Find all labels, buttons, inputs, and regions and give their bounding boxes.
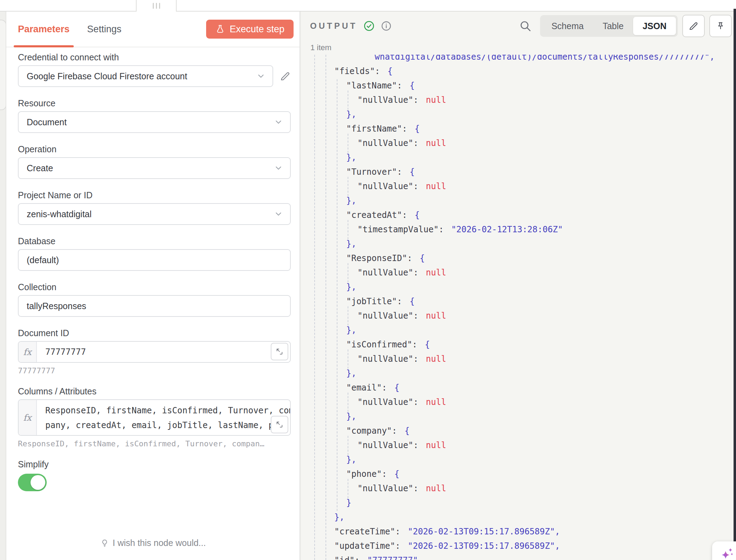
resource-select[interactable]: Document [18, 111, 291, 133]
json-line: }, [310, 194, 725, 208]
json-line: "firstName": { [310, 122, 725, 136]
output-header: OUTPUT SchemaTableJSON [310, 15, 732, 37]
info-icon[interactable] [381, 20, 392, 32]
expand-expression-button[interactable] [271, 343, 288, 360]
json-line: whatdigital/databases/(default)/document… [310, 55, 725, 64]
json-line: }, [310, 323, 725, 338]
operation-select[interactable]: Create [18, 157, 291, 179]
output-view-tabs: SchemaTableJSON [540, 15, 678, 37]
database-value: (default) [27, 255, 283, 265]
json-line: }, [310, 510, 725, 525]
json-line: "lastName": { [310, 79, 725, 93]
project-field-group: Project Name or ID zenis-whatdigital [18, 190, 291, 225]
expression-fx-badge[interactable]: fx [19, 400, 37, 435]
json-line: "nullValue": null [310, 266, 725, 280]
json-line: "updateTime": "2026-02-13T09:15:17.89658… [310, 539, 725, 553]
json-line: }, [310, 453, 725, 467]
pin-output-button[interactable] [709, 15, 732, 37]
json-line: "nullValue": null [310, 438, 725, 453]
collection-field-group: Collection tallyResponses [18, 282, 291, 317]
simplify-label: Simplify [18, 459, 291, 469]
expression-fx-badge[interactable]: fx [19, 342, 37, 362]
json-line: }, [310, 366, 725, 381]
json-line: "isConfirmed": { [310, 338, 725, 352]
json-line: "nullValue": null [310, 481, 725, 496]
json-line: "timestampValue": "2026-02-12T13:28:06Z" [310, 222, 725, 237]
columns-label: Columns / Attributes [18, 386, 291, 396]
document-id-input[interactable]: fx 77777777 [18, 341, 291, 363]
expand-expression-button[interactable] [271, 416, 288, 433]
search-icon[interactable] [519, 20, 532, 32]
json-line: } [310, 496, 725, 510]
drag-handle-bar [159, 3, 160, 9]
edit-credential-icon[interactable] [280, 71, 291, 82]
json-line: "ResponseID": { [310, 251, 725, 266]
view-tab-schema[interactable]: Schema [542, 17, 593, 35]
json-line: "jobTitle": { [310, 294, 725, 309]
operation-value: Create [27, 163, 274, 173]
credential-select[interactable]: Google Firebase Cloud Firestore account [18, 65, 273, 87]
resource-label: Resource [18, 98, 291, 108]
document-id-hint: 77777777 [18, 366, 291, 375]
json-line: }, [310, 151, 725, 165]
view-tab-table[interactable]: Table [593, 17, 633, 35]
json-line: "nullValue": null [310, 179, 725, 194]
credential-value: Google Firebase Cloud Firestore account [27, 71, 256, 81]
project-select[interactable]: zenis-whatdigital [18, 203, 291, 225]
database-label: Database [18, 236, 291, 246]
json-line: "phone": { [310, 467, 725, 481]
document-id-value: 77777777 [37, 342, 290, 362]
json-line: "Turnover": { [310, 165, 725, 179]
collection-input[interactable]: tallyResponses [18, 295, 291, 317]
columns-field-group: Columns / Attributes fx ResponseID, firs… [18, 386, 291, 448]
chevron-down-icon [256, 72, 265, 81]
output-panel: OUTPUT SchemaTableJSON 1 [301, 12, 736, 560]
columns-hint: ResponseID, firstName, isConfirmed, Turn… [18, 439, 291, 448]
sparkle-icon [719, 547, 735, 560]
ai-assistant-button[interactable] [712, 541, 736, 560]
json-line: }, [310, 280, 725, 294]
operation-label: Operation [18, 144, 291, 154]
credential-field-group: Credential to connect with Google Fireba… [18, 52, 291, 87]
output-items-count: 1 item [310, 43, 331, 52]
tab-parameters[interactable]: Parameters [18, 12, 70, 47]
project-label: Project Name or ID [18, 190, 291, 200]
node-parameters-panel: Parameters Settings Execute step Credent… [6, 12, 300, 560]
drag-handle-bar [153, 3, 154, 9]
tab-settings[interactable]: Settings [87, 12, 121, 47]
simplify-field-group: Simplify [18, 459, 291, 491]
execute-step-button[interactable]: Execute step [206, 20, 294, 39]
json-line: "nullValue": null [310, 93, 725, 107]
flask-icon [215, 24, 225, 34]
json-line: "company": { [310, 424, 725, 438]
canvas-edge-strip [734, 9, 736, 560]
node-panel-header: Parameters Settings Execute step [6, 12, 300, 47]
json-line: "id": "77777777" [310, 553, 725, 560]
toggle-knob [31, 475, 45, 490]
resource-field-group: Resource Document [18, 98, 291, 133]
edit-output-button[interactable] [682, 15, 705, 37]
output-title: OUTPUT [310, 21, 357, 31]
columns-value: ResponseID, firstName, isConfirmed, Turn… [37, 400, 290, 435]
chevron-down-icon [274, 164, 283, 173]
document-id-label: Document ID [18, 328, 291, 338]
json-line: "fields": { [310, 64, 725, 79]
database-input[interactable]: (default) [18, 249, 291, 271]
json-line: "createdAt": { [310, 208, 725, 222]
json-output-viewer[interactable]: whatdigital/databases/(default)/document… [310, 55, 725, 560]
simplify-toggle[interactable] [18, 474, 47, 491]
parameters-form: Credential to connect with Google Fireba… [6, 47, 300, 491]
panel-top-border [0, 11, 736, 12]
json-line: "createTime": "2026-02-13T09:15:17.89658… [310, 525, 725, 539]
view-tab-json[interactable]: JSON [633, 17, 676, 35]
credential-label: Credential to connect with [18, 52, 291, 62]
json-code: whatdigital/databases/(default)/document… [310, 55, 725, 560]
resource-value: Document [27, 117, 274, 127]
columns-input[interactable]: fx ResponseID, firstName, isConfirmed, T… [18, 399, 291, 436]
node-feedback-text: I wish this node would... [113, 538, 206, 548]
node-feedback-link[interactable]: I wish this node would... [6, 538, 300, 548]
panel-resize-handle[interactable] [136, 0, 177, 12]
drag-handle-bar [156, 3, 157, 9]
json-line: }, [310, 409, 725, 424]
json-line: "nullValue": null [310, 352, 725, 366]
